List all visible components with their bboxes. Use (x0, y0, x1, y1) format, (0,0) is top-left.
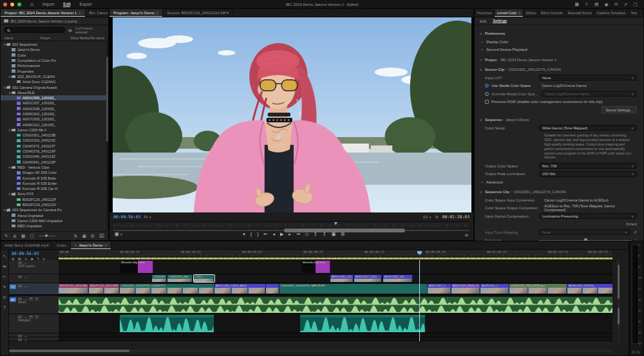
monitor-view-dropdown[interactable]: ▦ ∨ (115, 232, 123, 237)
track-sync-icon[interactable]: ↔ (24, 275, 27, 279)
timeline-clip-michelle-fully-smile[interactable]: Michelle fully smile (120, 261, 153, 273)
bin-item-c0040341-240123p[interactable]: C0040341_240123P (1, 160, 106, 165)
tab-text[interactable]: Text (629, 9, 639, 17)
track-lane-a4[interactable] (59, 337, 612, 341)
column-name[interactable]: Name (5, 36, 14, 40)
close-icon[interactable]: × (75, 243, 77, 247)
chevron-right-icon[interactable]: > (481, 180, 486, 184)
timeline-clip-a001c007-1201[interactable]: A001C007_1201 (354, 275, 382, 282)
bin-item-sony-fx3[interactable]: ▾Sony FX3 (1, 191, 106, 196)
icon-view-icon[interactable]: ▦ (21, 234, 26, 239)
timeline-clip-a001c006-120[interactable]: A001C006_120 (330, 275, 354, 282)
timeline-timecode[interactable]: 00:00:56:03 (9, 251, 59, 257)
mute-button[interactable]: M (29, 315, 33, 319)
list-view-icon[interactable]: ≣ (13, 234, 17, 239)
twirl-down-icon[interactable]: ▾ (8, 192, 12, 196)
new-bin-icon[interactable]: ▣ (82, 234, 86, 239)
bin-item-red-various-clips[interactable]: ▾RED - Various Clips (1, 165, 106, 170)
twirl-down-icon[interactable]: ▾ (8, 75, 12, 79)
selection-tool[interactable]: ↖ (3, 254, 6, 259)
chevron-down-icon[interactable]: ∨ (480, 32, 485, 35)
panel-menu-icon[interactable]: ≡ (105, 243, 108, 247)
dropdown-input-lut[interactable]: None∨ (539, 75, 637, 80)
timeline-clip-b002fc26-240122mn[interactable]: B002FC26_240122MN_ (89, 284, 120, 294)
extract-button[interactable]: ↧ (323, 232, 327, 237)
track-lane-v3[interactable]: Michelle fully smileMichelle fully final (59, 260, 612, 274)
tab-artist-story-cleane-mp4[interactable]: Artist Story CLEANE.mp4 (1, 241, 53, 249)
filter-bin-icon[interactable]: ▤ (68, 28, 72, 32)
bin-item-b002fc29-240122v[interactable]: B002FC29_240122V (1, 202, 106, 207)
twirl-down-icon[interactable]: ▾ (3, 42, 6, 46)
checkbox[interactable] (485, 100, 489, 104)
bin-item-001-sequences[interactable]: ▾001 Sequences (1, 42, 106, 47)
menu-export[interactable]: Export (79, 2, 91, 7)
bin-item-komodo-r-s35-evike[interactable]: Komodo R S35 Evike (1, 181, 106, 186)
timeline-clip-a001c004-120[interactable]: A001C004_120 (383, 275, 413, 282)
close-window-button[interactable] (3, 3, 7, 6)
timeline-clip-c0010301[interactable]: C0010301_ (152, 275, 167, 282)
radio-button[interactable] (485, 84, 489, 88)
chevron-down-icon[interactable]: ∨ (480, 118, 485, 122)
tab-lumetri-color[interactable]: Lumetri Color≡ (495, 9, 524, 17)
tab-jasyn-s-demo[interactable]: ×Jasyn's Demo≡ (71, 241, 112, 249)
timeline-clip-c0010301-240122yn-c0040370t[interactable]: C0010301_240122YN_C0040370T (120, 284, 214, 294)
mark-out-button[interactable]: } (257, 232, 258, 237)
zoom-level-dropdown[interactable]: Fit∨ (144, 215, 151, 219)
project-writable-icon[interactable]: ✎ (5, 234, 8, 239)
panels-icon[interactable]: ▤ (594, 2, 599, 7)
track-select-tool[interactable]: ⇆ (3, 264, 6, 269)
chevron-down-icon[interactable]: ∨ (480, 190, 485, 194)
minimize-window-button[interactable] (10, 3, 14, 6)
comment-icon[interactable]: ✉ (614, 2, 618, 7)
timeline-playhead[interactable] (419, 260, 420, 341)
project-breadcrumb[interactable]: IBC 2024 Demo Jasons Version 1.prproj (1, 17, 108, 25)
bin-item-a004c008-12016s[interactable]: A004C008_12016S_ (1, 106, 106, 111)
search-input[interactable] (4, 27, 65, 33)
source-patch-v1[interactable]: V1 (10, 285, 16, 289)
twirl-down-icon[interactable]: ▾ (3, 208, 6, 212)
dropdown-output-peak-luminance[interactable]: 100 Nits∨ (539, 171, 637, 177)
timeline-clip-a009c012-1[interactable]: A009C012_1 (480, 284, 509, 294)
track-lane-a1[interactable] (59, 296, 612, 314)
mark-in-button[interactable]: { (251, 232, 252, 237)
panel-menu-icon[interactable]: ≡ (518, 11, 521, 15)
hand-tool[interactable]: ⊙ (3, 295, 6, 300)
share-icon[interactable]: ⇧ (585, 2, 589, 7)
export-frame-button[interactable]: ▣ (332, 232, 336, 237)
radio-button[interactable] (485, 92, 489, 96)
twirl-down-icon[interactable]: ▾ (8, 165, 12, 169)
add-marker-button[interactable]: ▾ (243, 232, 245, 237)
notifications-icon[interactable]: ▢ (633, 2, 638, 7)
dropdown-color-setup[interactable]: Wide Gamut (Tone Mapped)∨ (539, 125, 637, 131)
tab-project-ibc-2024-demo-jasons-version-1[interactable]: Project: IBC 2024 Demo Jasons Version 1≡ (1, 9, 86, 17)
bin-item-a001c007-12016s[interactable]: A001C007_12016S_ (1, 100, 106, 106)
play-button[interactable]: ▶ (280, 232, 283, 237)
track-header-v2[interactable]: V2↔ (9, 274, 59, 283)
source-patch-a1[interactable]: A1 (10, 297, 16, 302)
bin-item-jasyn-s-demo[interactable]: Jasyn's Demo (1, 47, 106, 52)
step-forward-button[interactable]: ▸ (289, 232, 291, 237)
export-settings-icon[interactable]: ⊞ (465, 232, 468, 237)
audio-meter-buttons[interactable] (632, 351, 639, 353)
timeline-clip-a001c004-s008-v01[interactable]: A001C004_S008_V01 (451, 284, 480, 294)
tab-program-jasyn-s-demo[interactable]: Program: Jasyn's Demo≡ (109, 9, 163, 17)
bin-item-a007c003-12016s[interactable]: A007C003_12016S_ (1, 117, 106, 122)
tab-color[interactable]: Color (53, 241, 70, 249)
column-freq[interactable]: Freq ▾ (41, 36, 50, 40)
bin-item-002-camera-original-assets[interactable]: ▾002 Camera Original Assets (1, 84, 106, 89)
track-lane-v2[interactable]: C0010301_C0040370_240C001_A001C006_120A0… (59, 274, 612, 283)
project-scrollbar[interactable] (106, 42, 108, 230)
track-sync-icon[interactable]: ↔ (24, 284, 27, 288)
timeline-vertical-scrollbar[interactable] (618, 260, 620, 346)
bin-item-color[interactable]: Color (1, 53, 106, 58)
mute-button[interactable]: M (29, 297, 33, 301)
track-header-v1[interactable]: V1V1↔ (9, 283, 59, 295)
tab-bin-canon-c300-mk-ii[interactable]: Bin: Canon C300 Mk II (86, 9, 108, 17)
subtab-edit[interactable]: Edit (480, 19, 486, 23)
dropdown-input-gamut-compression[interactable]: Luminance Preserving∨ (539, 213, 637, 219)
bin-item-alexa-ungraded[interactable]: Alexa Ungraded (1, 213, 106, 218)
go-to-in-button[interactable]: ⇤ (264, 232, 268, 237)
timeline-horizontal-scrollbar[interactable] (9, 350, 612, 352)
bin-item-dragon-6k-s35-color[interactable]: Dragon 6K S35 Color (1, 170, 106, 175)
timeline-clip-segment[interactable] (59, 297, 612, 313)
